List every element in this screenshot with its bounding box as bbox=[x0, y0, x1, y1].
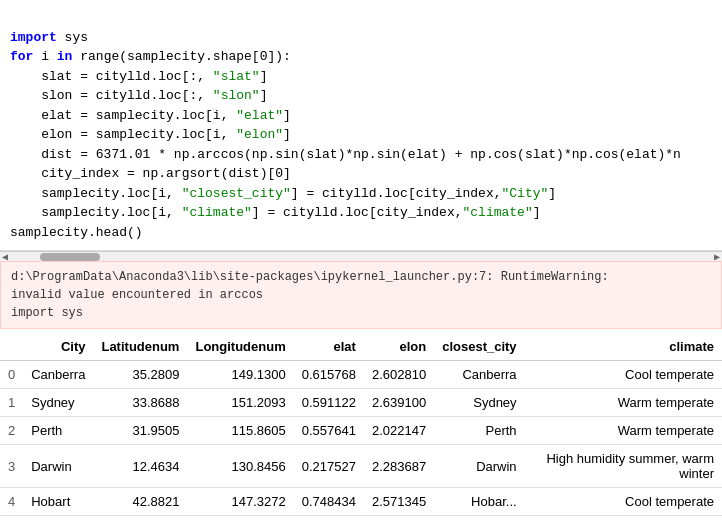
code-line-1: import sys bbox=[10, 30, 88, 45]
code-line-5: elat = samplecity.loc[i, "elat"] bbox=[10, 108, 291, 123]
code-line-7: dist = 6371.01 * np.arccos(np.sin(slat)*… bbox=[10, 147, 681, 162]
col-header-climate: climate bbox=[525, 333, 722, 361]
cell-city: Hobart bbox=[23, 488, 93, 516]
data-table: City Latitudenum Longitudenum elat elon … bbox=[0, 333, 722, 516]
warning-block: d:\ProgramData\Anaconda3\lib\site-packag… bbox=[0, 261, 722, 329]
code-line-11: samplecity.head() bbox=[10, 225, 143, 240]
cell-closest: Sydney bbox=[434, 389, 524, 417]
table-row: 2 Perth 31.9505 115.8605 0.557641 2.0221… bbox=[0, 417, 722, 445]
cell-elon: 2.602810 bbox=[364, 361, 434, 389]
scroll-left-arrow[interactable]: ◀ bbox=[2, 251, 8, 263]
cell-lat: 33.8688 bbox=[93, 389, 187, 417]
cell-closest: Darwin bbox=[434, 445, 524, 488]
cell-closest: Perth bbox=[434, 417, 524, 445]
cell-elat: 0.557641 bbox=[294, 417, 364, 445]
cell-city: Perth bbox=[23, 417, 93, 445]
warning-path: d:\ProgramData\Anaconda3\lib\site-packag… bbox=[11, 270, 609, 284]
code-line-8: city_index = np.argsort(dist)[0] bbox=[10, 166, 291, 181]
cell-lon: 115.8605 bbox=[187, 417, 293, 445]
table-row: 3 Darwin 12.4634 130.8456 0.217527 2.283… bbox=[0, 445, 722, 488]
cell-index: 2 bbox=[0, 417, 23, 445]
cell-elon: 2.639100 bbox=[364, 389, 434, 417]
cell-index: 1 bbox=[0, 389, 23, 417]
cell-lon: 147.3272 bbox=[187, 488, 293, 516]
code-line-2: for i in range(samplecity.shape[0]): bbox=[10, 49, 291, 64]
cell-index: 4 bbox=[0, 488, 23, 516]
table-header-row: City Latitudenum Longitudenum elat elon … bbox=[0, 333, 722, 361]
code-line-10: samplecity.loc[i, "climate"] = citylld.l… bbox=[10, 205, 541, 220]
table-row: 0 Canberra 35.2809 149.1300 0.615768 2.6… bbox=[0, 361, 722, 389]
cell-lon: 151.2093 bbox=[187, 389, 293, 417]
cell-elon: 2.022147 bbox=[364, 417, 434, 445]
table-row: 1 Sydney 33.8688 151.2093 0.591122 2.639… bbox=[0, 389, 722, 417]
col-header-lon: Longitudenum bbox=[187, 333, 293, 361]
cell-lat: 35.2809 bbox=[93, 361, 187, 389]
cell-elat: 0.217527 bbox=[294, 445, 364, 488]
cell-elon: 2.571345 bbox=[364, 488, 434, 516]
col-header-closest: closest_city bbox=[434, 333, 524, 361]
code-line-3: slat = citylld.loc[:, "slat"] bbox=[10, 69, 267, 84]
col-header-index bbox=[0, 333, 23, 361]
code-line-9: samplecity.loc[i, "closest_city"] = city… bbox=[10, 186, 556, 201]
cell-lat: 42.8821 bbox=[93, 488, 187, 516]
col-header-lat: Latitudenum bbox=[93, 333, 187, 361]
cell-elat: 0.615768 bbox=[294, 361, 364, 389]
cell-climate: Warm temperate bbox=[525, 417, 722, 445]
cell-closest: Hobar... bbox=[434, 488, 524, 516]
warning-indent-line: import sys bbox=[11, 306, 83, 320]
cell-climate: Cool temperate bbox=[525, 488, 722, 516]
code-line-4: slon = citylld.loc[:, "slon"] bbox=[10, 88, 267, 103]
cell-elat: 0.748434 bbox=[294, 488, 364, 516]
col-header-city: City bbox=[23, 333, 93, 361]
code-line-6: elon = samplecity.loc[i, "elon"] bbox=[10, 127, 291, 142]
cell-closest: Canberra bbox=[434, 361, 524, 389]
table-area: City Latitudenum Longitudenum elat elon … bbox=[0, 329, 722, 520]
cell-climate: High humidity summer, warm winter bbox=[525, 445, 722, 488]
cell-lat: 12.4634 bbox=[93, 445, 187, 488]
cell-lat: 31.9505 bbox=[93, 417, 187, 445]
cell-city: Canberra bbox=[23, 361, 93, 389]
scroll-thumb[interactable] bbox=[40, 253, 100, 261]
cell-city: Sydney bbox=[23, 389, 93, 417]
horizontal-scrollbar[interactable]: ◀ ▶ bbox=[0, 251, 722, 261]
cell-index: 3 bbox=[0, 445, 23, 488]
cell-city: Darwin bbox=[23, 445, 93, 488]
warning-message: invalid value encountered in arccos bbox=[11, 288, 263, 302]
cell-climate: Warm temperate bbox=[525, 389, 722, 417]
scroll-right-arrow[interactable]: ▶ bbox=[714, 251, 720, 263]
table-row: 4 Hobart 42.8821 147.3272 0.748434 2.571… bbox=[0, 488, 722, 516]
code-block: import sys for i in range(samplecity.sha… bbox=[0, 0, 722, 251]
cell-elon: 2.283687 bbox=[364, 445, 434, 488]
cell-lon: 130.8456 bbox=[187, 445, 293, 488]
cell-index: 0 bbox=[0, 361, 23, 389]
cell-lon: 149.1300 bbox=[187, 361, 293, 389]
col-header-elon: elon bbox=[364, 333, 434, 361]
cell-climate: Cool temperate bbox=[525, 361, 722, 389]
cell-elat: 0.591122 bbox=[294, 389, 364, 417]
col-header-elat: elat bbox=[294, 333, 364, 361]
